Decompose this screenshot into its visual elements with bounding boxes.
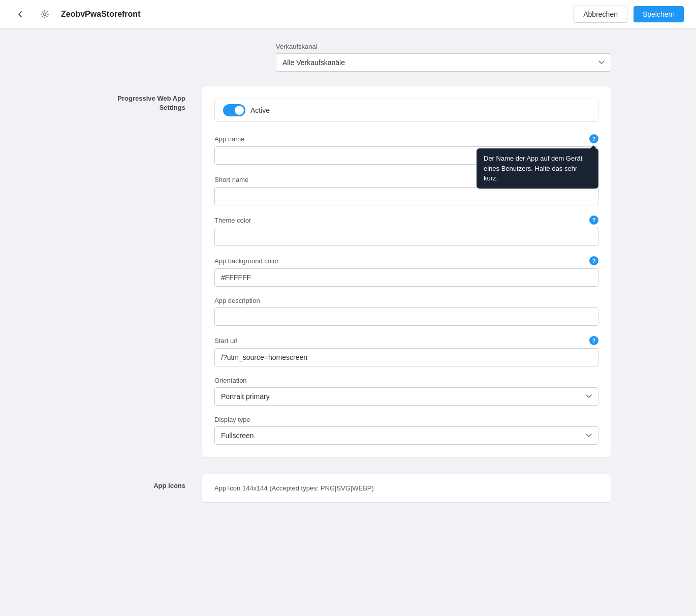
app-icons-card-col: App Icon 144x144 (Accepted types: PNG|SV…: [202, 474, 611, 503]
save-button[interactable]: Speichern: [634, 6, 684, 22]
app-bg-color-group: App background color ?: [214, 256, 598, 287]
cancel-button[interactable]: Abbrechen: [574, 6, 627, 23]
app-name-group: App name ? Der Name der App auf dem Gerä…: [214, 134, 598, 165]
app-bg-color-help-icon[interactable]: ?: [589, 256, 598, 265]
short-name-help-icon[interactable]: ?: [589, 175, 598, 184]
app-description-group: App description: [214, 297, 598, 326]
app-bg-color-label-row: App background color ?: [214, 256, 598, 265]
start-url-group: Start url ?: [214, 336, 598, 366]
short-name-label-row: Short name ?: [214, 175, 598, 184]
app-icons-label: App Icons: [85, 482, 185, 489]
verkaufskanal-select[interactable]: Alle Verkaufskanäle: [276, 53, 611, 72]
start-url-help-icon[interactable]: ?: [589, 336, 598, 345]
toggle-switch[interactable]: [223, 104, 245, 116]
header-left: ZeobvPwaStorefront: [12, 6, 140, 22]
pwa-card-col: Active App name ? Der Name der App auf d…: [202, 86, 611, 457]
theme-color-label-row: Theme color ?: [214, 215, 598, 225]
start-url-input[interactable]: [214, 348, 598, 366]
orientation-label: Orientation: [214, 377, 598, 384]
app-icons-card: App Icon 144x144 (Accepted types: PNG|SV…: [202, 474, 611, 503]
app-name-label: App name: [214, 135, 244, 143]
app-description-label: App description: [214, 297, 598, 304]
orientation-group: Orientation Portrait primary Landscape p…: [214, 377, 598, 406]
display-type-label: Display type: [214, 416, 598, 423]
verkaufskanal-group: Verkaufskanal Alle Verkaufskanäle: [276, 43, 611, 72]
display-type-select[interactable]: Fullscreen Standalone Minimal UI Browser: [214, 426, 598, 445]
theme-color-label: Theme color: [214, 217, 251, 224]
pwa-settings-row: Progressive Web App Settings Active: [85, 86, 611, 457]
toggle-slider: [223, 104, 245, 116]
vk-section-row: Verkaufskanal Alle Verkaufskanäle: [85, 28, 611, 86]
start-url-label: Start url: [214, 337, 238, 345]
header-actions: Abbrechen Speichern: [574, 6, 684, 23]
app-name-help-icon[interactable]: ?: [589, 134, 598, 143]
display-type-group: Display type Fullscreen Standalone Minim…: [214, 416, 598, 445]
active-toggle-row: Active: [214, 99, 598, 122]
theme-color-help-icon[interactable]: ?: [589, 215, 598, 225]
short-name-label: Short name: [214, 176, 248, 183]
page-title: ZeobvPwaStorefront: [61, 10, 140, 19]
app-description-input[interactable]: [214, 307, 598, 326]
app-icons-sidebar-label: App Icons: [85, 474, 202, 489]
app-bg-color-input[interactable]: [214, 268, 598, 287]
app-bg-color-label: App background color: [214, 257, 278, 265]
app-name-label-row: App name ? Der Name der App auf dem Gerä…: [214, 134, 598, 143]
pwa-settings-card: Active App name ? Der Name der App auf d…: [202, 86, 611, 457]
app-icons-row: App Icons App Icon 144x144 (Accepted typ…: [85, 474, 611, 503]
orientation-select[interactable]: Portrait primary Landscape primary Any: [214, 387, 598, 406]
pwa-sidebar-label: Progressive Web App Settings: [85, 86, 202, 112]
gear-icon: [40, 10, 49, 19]
back-button[interactable]: [12, 6, 28, 22]
verkaufskanal-label: Verkaufskanal: [276, 43, 611, 50]
page-content: Verkaufskanal Alle Verkaufskanäle Progre…: [69, 28, 627, 503]
back-icon: [16, 10, 25, 19]
vk-section-content: Verkaufskanal Alle Verkaufskanäle: [276, 43, 611, 82]
short-name-input[interactable]: [214, 187, 598, 205]
settings-button[interactable]: [37, 6, 53, 22]
svg-point-0: [44, 13, 46, 15]
theme-color-input[interactable]: [214, 228, 598, 246]
app-name-tooltip-container: ? Der Name der App auf dem Gerät eines B…: [589, 134, 598, 143]
theme-color-group: Theme color ?: [214, 215, 598, 246]
short-name-group: Short name ?: [214, 175, 598, 205]
active-label: Active: [250, 106, 270, 114]
start-url-label-row: Start url ?: [214, 336, 598, 345]
app-name-input[interactable]: [214, 146, 598, 165]
app-icons-subtitle: App Icon 144x144 (Accepted types: PNG|SV…: [214, 484, 598, 492]
active-toggle: Active: [223, 104, 590, 116]
header: ZeobvPwaStorefront Abbrechen Speichern: [0, 0, 696, 28]
